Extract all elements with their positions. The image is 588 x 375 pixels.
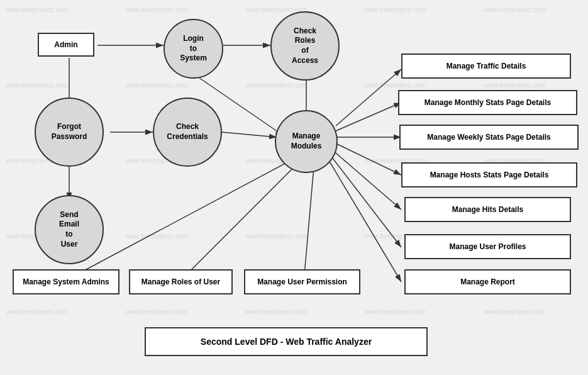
- watermark: www.freeprojectz.com: [484, 6, 546, 13]
- admin-node: Admin: [38, 33, 94, 57]
- svg-line-13: [332, 150, 401, 210]
- watermark: www.freeprojectz.com: [484, 82, 546, 89]
- watermark: www.freeprojectz.com: [245, 233, 307, 240]
- check-roles-node: Check Roles of Access: [270, 11, 340, 81]
- manage-weekly-node: Manage Weekly Stats Page Details: [399, 125, 579, 150]
- svg-line-17: [179, 159, 302, 282]
- forgot-password-node: Forgot Password: [35, 98, 104, 167]
- watermark: www.freeprojectz.com: [365, 82, 426, 89]
- manage-monthly-node: Manage Monthly Stats Page Details: [398, 90, 577, 115]
- svg-line-18: [304, 160, 314, 282]
- watermark: www.freeprojectz.com: [245, 308, 307, 315]
- diagram-title: Second Level DFD - Web Traffic Analyzer: [145, 327, 428, 356]
- manage-system-admins-node: Manage System Admins: [13, 269, 119, 294]
- watermark: www.freeprojectz.com: [6, 308, 68, 315]
- manage-user-profiles-node: Manage User Profiles: [404, 234, 571, 259]
- watermark: www.freeprojectz.com: [126, 308, 187, 315]
- manage-traffic-node: Manage Traffic Details: [401, 53, 571, 79]
- watermark: www.freeprojectz.com: [245, 82, 307, 89]
- svg-line-7: [222, 132, 277, 137]
- manage-hits-node: Manage Hits Details: [404, 197, 571, 222]
- watermark: www.freeprojectz.com: [365, 308, 426, 315]
- login-node: Login to System: [164, 19, 223, 79]
- manage-report-node: Manage Report: [404, 269, 571, 294]
- svg-line-10: [336, 103, 401, 131]
- watermark: www.freeprojectz.com: [126, 6, 187, 13]
- svg-line-14: [330, 154, 401, 247]
- manage-permission-node: Manage User Permission: [244, 269, 360, 294]
- watermark: www.freeprojectz.com: [484, 308, 546, 315]
- watermark: www.freeprojectz.com: [126, 233, 187, 240]
- watermark: www.freeprojectz.com: [6, 82, 68, 89]
- watermark: www.freeprojectz.com: [365, 6, 426, 13]
- svg-line-9: [336, 69, 401, 126]
- svg-line-15: [327, 157, 401, 282]
- manage-modules-node: Manage Modules: [275, 110, 338, 173]
- watermark: www.freeprojectz.com: [126, 82, 187, 89]
- send-email-node: Send Email to User: [35, 195, 104, 264]
- check-credentials-node: Check Credentials: [153, 98, 222, 167]
- watermark: www.freeprojectz.com: [6, 6, 68, 13]
- svg-line-12: [336, 143, 401, 175]
- diagram-container: www.freeprojectz.com www.freeprojectz.co…: [0, 0, 588, 375]
- manage-hosts-node: Manage Hosts Stats Page Details: [401, 162, 577, 188]
- manage-roles-node: Manage Roles of User: [129, 269, 233, 294]
